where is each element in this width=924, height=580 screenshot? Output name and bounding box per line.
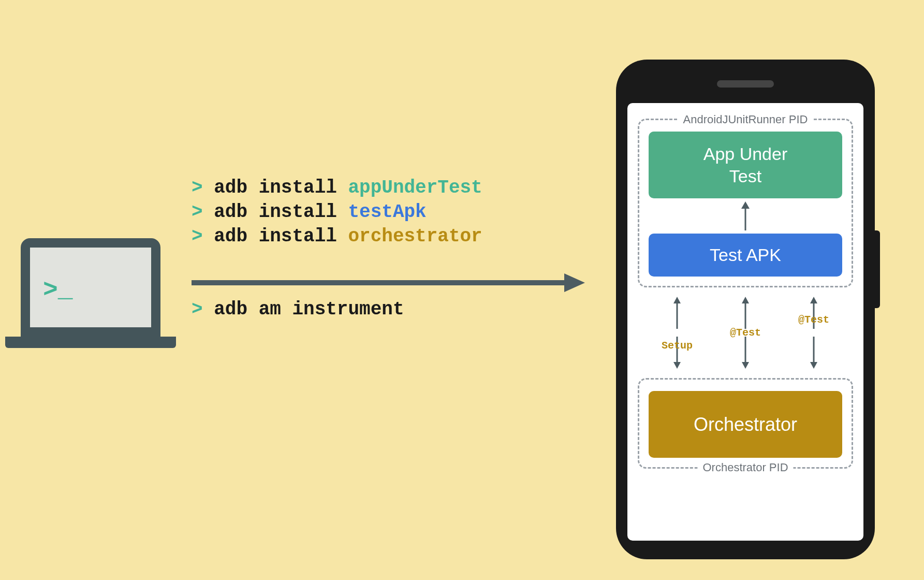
command-list-above: > adb install appUnderTest > adb install… xyxy=(192,176,482,249)
phone-screen: AndroidJUnitRunner PID App Under Test Te… xyxy=(627,103,863,541)
bi-arrow-label: @Test xyxy=(730,327,761,339)
svg-marker-11 xyxy=(742,362,749,369)
arrow-down-icon xyxy=(808,337,820,369)
arrow-up-icon xyxy=(671,297,683,329)
prompt-symbol: > xyxy=(192,201,214,223)
command-text: adb install xyxy=(214,226,348,247)
orchestrator-pid-group: Orchestrator Orchestrator PID xyxy=(638,378,853,469)
group-label: AndroidJUnitRunner PID xyxy=(678,113,813,126)
command-text: adb install xyxy=(214,201,348,223)
terminal-prompt-glyph: >_ xyxy=(43,276,73,304)
command-line: > adb install appUnderTest xyxy=(192,176,482,200)
svg-marker-13 xyxy=(810,297,817,303)
androidjunitrunner-pid-group: AndroidJUnitRunner PID App Under Test Te… xyxy=(638,119,853,287)
command-arg: appUnderTest xyxy=(348,177,482,198)
laptop-body: >_ xyxy=(21,238,160,337)
bidirectional-arrows-region: Setup @Test @Test xyxy=(638,287,853,378)
vertical-arrow-icon xyxy=(649,201,842,230)
group-label: Orchestrator PID xyxy=(697,461,793,474)
arrow-down-icon xyxy=(739,337,752,369)
test-apk-block: Test APK xyxy=(649,234,842,277)
svg-marker-15 xyxy=(810,362,817,369)
command-line: > adb install testApk xyxy=(192,200,482,225)
command-line: > adb install orchestrator xyxy=(192,225,482,249)
svg-marker-3 xyxy=(741,201,750,209)
prompt-symbol: > xyxy=(192,177,214,198)
bi-arrow-label: Setup xyxy=(662,340,693,352)
prompt-symbol: > xyxy=(192,226,214,247)
command-arg: testApk xyxy=(348,201,426,223)
laptop-icon: >_ xyxy=(21,238,176,348)
orchestrator-block: Orchestrator xyxy=(649,391,842,458)
bi-arrow-label: @Test xyxy=(798,314,829,326)
bi-arrow-col: Setup xyxy=(662,297,693,369)
arrow-up-icon xyxy=(739,297,752,329)
flow-arrow-icon xyxy=(192,272,585,293)
command-text: adb am instrument xyxy=(214,299,404,320)
app-under-test-block: App Under Test xyxy=(649,132,842,198)
svg-marker-9 xyxy=(742,297,749,303)
command-line: > adb am instrument xyxy=(192,298,404,322)
command-list-below: > adb am instrument xyxy=(192,298,404,322)
phone-speaker xyxy=(717,80,774,88)
svg-marker-7 xyxy=(673,362,681,369)
svg-marker-1 xyxy=(564,273,585,292)
bi-arrow-col: @Test xyxy=(798,297,829,369)
command-arg: orchestrator xyxy=(348,226,482,247)
phone-icon: AndroidJUnitRunner PID App Under Test Te… xyxy=(616,60,875,559)
laptop-base xyxy=(5,337,176,348)
command-text: adb install xyxy=(214,177,348,198)
svg-marker-5 xyxy=(673,297,681,303)
bi-arrow-col: @Test xyxy=(730,297,761,369)
prompt-symbol: > xyxy=(192,299,214,320)
